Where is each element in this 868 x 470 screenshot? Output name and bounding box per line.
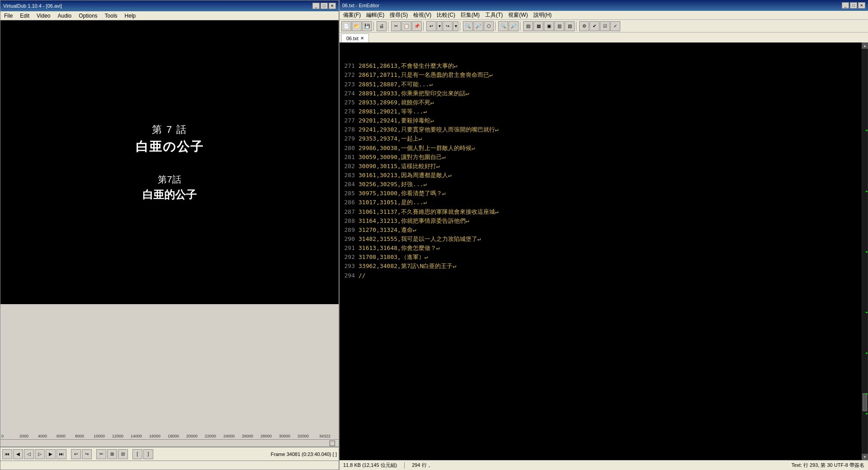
- em-status-sep1: [404, 462, 405, 469]
- vd-timeline-wrapper: 0 2000 4000 6000 8000 10000 12000 14000 …: [0, 431, 339, 440]
- em-scrollbar-vertical[interactable]: ▲ ▼: [862, 42, 868, 460]
- line-content: 30090,30115,這樣比較好打↵: [359, 162, 440, 171]
- code-line: 27929353,29374,一起上↵: [341, 134, 860, 143]
- em-tb-find2[interactable]: 🔎: [473, 21, 483, 31]
- vd-btn-1[interactable]: ⏮: [2, 449, 12, 459]
- em-tb-print[interactable]: 🖨: [377, 21, 387, 31]
- vd-minimize-button[interactable]: _: [312, 3, 320, 9]
- vd-close-button[interactable]: ✕: [329, 3, 336, 9]
- em-tb-zoom-in[interactable]: 🔍: [498, 21, 508, 31]
- line-number: 288: [341, 216, 355, 226]
- vd-timeline-thumb[interactable]: [330, 441, 335, 446]
- em-close-button[interactable]: ✕: [858, 2, 865, 9]
- em-tab-file[interactable]: 06.txt ✕: [341, 33, 369, 42]
- code-line: 29031482,31555,我可是以一人之力攻陷城堡了↵: [341, 235, 860, 244]
- vd-btn-2[interactable]: ◀: [13, 449, 23, 459]
- vd-menu-video[interactable]: Video: [35, 13, 52, 19]
- vd-btn-7[interactable]: ↩: [71, 449, 81, 459]
- vd-menu-audio[interactable]: Audio: [56, 13, 74, 19]
- em-menu-help[interactable]: 說明(H): [532, 11, 554, 19]
- em-tb-cut[interactable]: ✂: [391, 21, 401, 31]
- em-menu-search[interactable]: 搜尋(S): [388, 11, 410, 19]
- timeline-tick-32000: 32000: [297, 434, 309, 438]
- code-line: 27528933,28969,就饒你不死↵: [341, 98, 860, 107]
- em-tb-view4[interactable]: ▥: [554, 21, 564, 31]
- em-tb-view1[interactable]: ▤: [523, 21, 533, 31]
- em-tb-sep2: [388, 22, 390, 31]
- em-tb-view3[interactable]: ▣: [544, 21, 554, 31]
- em-tb-opt4[interactable]: ✓: [610, 21, 620, 31]
- em-tb-new[interactable]: 📄: [341, 21, 351, 31]
- vd-video-content: 第 7 話 白亜の公子 第7話 白亜的公子: [0, 58, 339, 266]
- em-menu-window[interactable]: 視窗(W): [506, 11, 529, 19]
- line-number: 281: [341, 153, 355, 162]
- vd-btn-9[interactable]: ✂: [96, 449, 106, 459]
- em-menu-compare[interactable]: 比較(C): [435, 11, 457, 19]
- em-minimize-button[interactable]: _: [842, 2, 849, 9]
- em-tb-opt1[interactable]: ⚙: [579, 21, 589, 31]
- em-scroll-down[interactable]: ▼: [862, 454, 868, 460]
- em-maximize-button[interactable]: □: [850, 2, 857, 9]
- vd-menu-help[interactable]: Help: [123, 13, 138, 19]
- em-tb-zoom-out[interactable]: 🔎: [509, 21, 519, 31]
- em-tb-opt3[interactable]: ☑: [600, 21, 610, 31]
- vd-btn-10[interactable]: ⊞: [107, 449, 117, 459]
- timeline-tick-4000: 4000: [38, 434, 47, 438]
- em-code-editor[interactable]: 27128561,28613,不會發生什麼大事的↵27228617,28711,…: [340, 42, 862, 460]
- code-line: 28631017,31051,是的...↵: [341, 198, 860, 207]
- em-tb-save[interactable]: 💾: [362, 21, 372, 31]
- code-line: 29231708,31803,（進軍）↵: [341, 253, 860, 262]
- em-tb-paste[interactable]: 📌: [412, 21, 422, 31]
- vd-btn-mark-out[interactable]: ]: [143, 449, 153, 459]
- em-menu-macro[interactable]: 巨集(M): [459, 11, 481, 19]
- em-tb-open[interactable]: 📂: [352, 21, 362, 31]
- em-titlebar: 06.txt - EmEditor _ □ ✕: [340, 0, 868, 11]
- em-tb-find3[interactable]: ⬡: [484, 21, 494, 31]
- vd-btn-11[interactable]: ⊟: [118, 449, 128, 459]
- em-menu-tools[interactable]: 工具(T): [483, 11, 505, 19]
- vd-subtitle-line2: 白亜の公子: [136, 138, 204, 155]
- line-content: 30256,30295,好強...↵: [359, 180, 427, 189]
- vd-menu-tools[interactable]: Tools: [103, 13, 119, 19]
- em-tab-close-btn[interactable]: ✕: [360, 36, 364, 41]
- em-menu-view[interactable]: 檢視(V): [411, 11, 433, 19]
- em-scroll-track[interactable]: [862, 49, 868, 454]
- code-line: 28530975,31000,你看清楚了嗎？↵: [341, 189, 860, 198]
- vd-maximize-button[interactable]: □: [321, 3, 328, 9]
- vd-btn-5[interactable]: ▶: [46, 449, 56, 459]
- em-tb-undo[interactable]: ↩: [426, 21, 436, 31]
- em-tb-copy[interactable]: 📋: [401, 21, 411, 31]
- em-scroll-thumb[interactable]: [863, 393, 867, 411]
- vd-btn-8[interactable]: ↪: [82, 449, 92, 459]
- line-number: 294: [341, 271, 355, 280]
- em-tb-undo-dropdown[interactable]: ▾: [437, 21, 442, 31]
- line-content: 31164,31213,你就把事情原委告訴他們↵: [359, 216, 469, 226]
- vd-menubar: File Edit Video Audio Options Tools Help: [0, 11, 339, 20]
- em-tb-redo-dropdown[interactable]: ▾: [453, 21, 458, 31]
- vd-menu-edit[interactable]: Edit: [18, 13, 31, 19]
- em-scroll-up[interactable]: ▲: [862, 42, 868, 49]
- em-tb-opt2[interactable]: ✔: [590, 21, 599, 31]
- em-tb-redo[interactable]: ↪: [443, 21, 453, 31]
- code-line: 27228617,28711,只是有一名愚蠢的君主會喪命而已↵: [341, 70, 860, 80]
- em-menu-file[interactable]: 備案(F): [341, 11, 363, 19]
- vd-btn-mark-in[interactable]: [: [132, 449, 142, 459]
- em-menu-edit[interactable]: 編輯(E): [364, 11, 386, 19]
- vd-btn-3[interactable]: ◁: [24, 449, 34, 459]
- code-line: 28330161,30213,因為周遭都是敵人↵: [341, 171, 860, 180]
- line-number: 282: [341, 162, 355, 171]
- line-content: 30161,30213,因為周遭都是敵人↵: [359, 171, 452, 180]
- vd-menu-file[interactable]: File: [2, 13, 14, 19]
- code-line: 27328851,28887,不可能...↵: [341, 80, 860, 89]
- em-tb-view2[interactable]: ▦: [533, 21, 543, 31]
- vd-btn-6[interactable]: ⏭: [57, 449, 66, 459]
- em-tb-find[interactable]: 🔍: [463, 21, 473, 31]
- line-number: 291: [341, 244, 355, 253]
- vd-menu-options[interactable]: Options: [77, 13, 99, 19]
- vd-timeline-bar[interactable]: [0, 440, 339, 447]
- line-content: 28851,28887,不可能...↵: [359, 80, 433, 89]
- em-tb-view5[interactable]: ▧: [565, 21, 575, 31]
- vd-subtitle-line4: 白亜的公子: [142, 188, 197, 202]
- line-number: 287: [341, 207, 355, 216]
- vd-btn-4[interactable]: ▷: [35, 449, 45, 459]
